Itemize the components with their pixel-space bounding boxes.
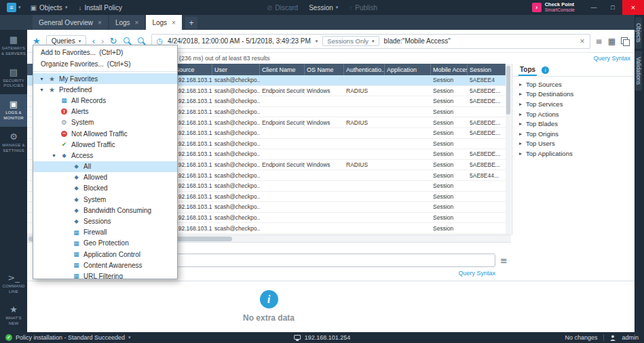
query-tree-item-alerts[interactable]: ! Alerts — [33, 106, 177, 117]
tops-item-top-applications[interactable]: ▸ Top Applications — [512, 148, 634, 159]
user-label[interactable]: admin — [622, 334, 639, 341]
tops-item-label: Top Sources — [526, 81, 562, 88]
tops-item-top-sources[interactable]: ▸ Top Sources — [512, 79, 634, 89]
query-tree-item-content-awareness[interactable]: ▦ Content Awareness — [33, 260, 177, 270]
discard-button[interactable]: ⊘ Discard — [261, 0, 303, 15]
query-input-value[interactable]: blade:"Mobile Access" — [384, 37, 451, 45]
terminal-icon: >_ — [7, 273, 19, 282]
chevron-right-icon: ▸ — [519, 101, 522, 107]
query-tree-item-firewall[interactable]: ▦ Firewall — [33, 227, 177, 238]
query-tree-item-all-records[interactable]: ▦ All Records — [33, 95, 177, 106]
query-tree-item-system[interactable]: ◆ System — [33, 194, 177, 205]
tab-close-icon[interactable]: × — [172, 19, 176, 26]
grid-view-icon[interactable]: ▦ — [608, 37, 615, 46]
tab-logs[interactable]: Logs × — [146, 15, 182, 30]
query-tree-item-all[interactable]: ◆ All — [33, 161, 177, 172]
tab-close-icon[interactable]: × — [98, 19, 102, 26]
gateways-icon: ▦ — [10, 35, 18, 44]
cell-mobile-access: Session — [431, 108, 468, 115]
cell-session: 5AE8EDE... — [468, 129, 506, 136]
col-os-name[interactable]: OS Name — [305, 64, 344, 75]
col-source[interactable]: Source — [173, 64, 212, 75]
session-menu-button[interactable]: Session ▾ — [303, 0, 343, 15]
menu-icon[interactable]: ≡ — [500, 256, 508, 266]
clear-search-icon[interactable]: × — [580, 37, 585, 46]
sidebar-item-manage-settings[interactable]: ⚙ MANAGE & SETTINGS — [0, 127, 27, 159]
tab-close-icon[interactable]: × — [135, 19, 139, 26]
tops-item-top-users[interactable]: ▸ Top Users — [512, 139, 634, 149]
query-syntax-link-bottom[interactable]: Query Syntax — [458, 270, 495, 277]
sidebar-item-security-policies[interactable]: ▤ SECURITY POLICIES — [0, 62, 27, 95]
maximize-button[interactable]: □ — [603, 0, 622, 15]
col-mobile-access[interactable]: Mobile Access... — [431, 64, 468, 75]
side-tab-validations[interactable]: Validations — [635, 51, 642, 91]
policy-status[interactable]: ✔ Policy installation - Standard Succeed… — [5, 334, 131, 341]
query-tree-item-allowed[interactable]: ◆ Allowed — [33, 172, 177, 183]
query-syntax-link[interactable]: Query Syntax — [593, 55, 630, 62]
search-field[interactable]: ◷ 4/24/2018, 12:00:00 AM - 5/1/2018, 3:4… — [151, 34, 590, 49]
col-user[interactable]: User — [212, 64, 260, 75]
tree-item-label: System — [71, 119, 94, 126]
table-vertical-scrollbar[interactable] — [506, 64, 511, 235]
expand-icon[interactable]: ▾ — [39, 87, 45, 93]
divider — [603, 334, 604, 341]
chevron-down-icon: ▾ — [372, 39, 375, 44]
col-application[interactable]: Application — [385, 64, 431, 75]
query-tree-item-access[interactable]: ▾ ◆ Access — [33, 150, 177, 161]
tops-item-top-origins[interactable]: ▸ Top Origins — [512, 129, 634, 139]
tab-general-overview[interactable]: General Overview × — [33, 15, 108, 30]
key-icon: ◆ — [72, 197, 81, 203]
sidebar-item-label: LOGS & MONITOR — [1, 110, 26, 121]
tree-item-label: Sessions — [83, 218, 111, 225]
expand-icon[interactable]: ▾ — [39, 76, 45, 82]
tab-logs[interactable]: Logs × — [109, 15, 145, 30]
scrollbar-thumb[interactable] — [506, 66, 510, 115]
query-tree-item-allowed-traffic[interactable]: ✔ Allowed Traffic — [33, 139, 177, 150]
time-range-value[interactable]: 4/24/2018, 12:00:00 AM - 5/1/2018, 3:49:… — [168, 37, 311, 45]
expand-icon[interactable]: ▾ — [51, 153, 57, 159]
settings-icon: ⚙ — [10, 132, 18, 141]
sidebar-item-logs-monitor[interactable]: ▣ LOGS & MONITOR — [0, 94, 27, 127]
cell-source: 192.168.103.1 — [173, 77, 212, 83]
col-client-name[interactable]: Client Name — [260, 64, 305, 75]
sessions-only-dropdown[interactable]: Sessions Only ▾ — [322, 36, 379, 46]
new-tab-button[interactable]: + — [185, 17, 197, 29]
query-tree-item-sessions[interactable]: ◆ Sessions — [33, 216, 177, 226]
app-menu-button[interactable]: ≡ ▾ — [3, 3, 25, 12]
tops-item-top-destinations[interactable]: ▸ Top Destinations — [512, 89, 634, 100]
sidebar-item-gateways-servers[interactable]: ▦ GATEWAYS & SERVERS — [0, 30, 27, 62]
close-button[interactable]: × — [622, 0, 644, 15]
info-icon[interactable]: i — [542, 66, 549, 74]
query-tree-item-blocked[interactable]: ◆ Blocked — [33, 183, 177, 194]
tops-item-label: Top Users — [526, 140, 555, 147]
side-tab-objects[interactable]: Objects — [635, 17, 642, 49]
tree-item-label: Content Awareness — [83, 262, 143, 269]
tab-label: Logs — [152, 19, 167, 26]
tops-tab[interactable]: Tops — [518, 64, 537, 76]
list-view-icon[interactable]: ≡ — [596, 37, 603, 46]
tops-item-top-blades[interactable]: ▸ Top Blades — [512, 119, 634, 129]
publish-button[interactable]: ↑ Publish — [343, 0, 383, 15]
query-tree-item-not-allowed-traffic[interactable]: − Not Allowed Traffic — [33, 128, 177, 139]
query-tree-item-bandwidth-consuming[interactable]: ◆ Bandwidth Consuming — [33, 205, 177, 216]
col-authentication[interactable]: Authenticatio... — [344, 64, 385, 75]
sidebar-item-what-s-new[interactable]: ★ WHAT'S NEW — [0, 300, 27, 332]
server-ip: 192.168.101.254 — [305, 334, 351, 341]
minimize-button[interactable]: — — [584, 0, 603, 15]
query-tree-item-system[interactable]: ⚙ System — [33, 117, 177, 128]
menu-item-organize-favorites[interactable]: Organize Favorites... (Ctrl+S) — [33, 58, 177, 70]
install-policy-button[interactable]: ↓ Install Policy — [73, 0, 128, 15]
query-tree-item-my-favorites[interactable]: ▾ ★ My Favorites — [33, 73, 177, 84]
objects-menu-button[interactable]: ▣ Objects ▾ — [25, 0, 73, 15]
export-icon[interactable] — [621, 37, 629, 45]
col-session[interactable]: Session — [468, 64, 506, 75]
query-tree-item-application-control[interactable]: ▦ Application Control — [33, 249, 177, 260]
tops-item-top-actions[interactable]: ▸ Top Actions — [512, 109, 634, 119]
sidebar-item-command-line[interactable]: >_ COMMAND LINE — [0, 268, 27, 300]
sidebar-item-label: GATEWAYS & SERVERS — [1, 46, 26, 57]
query-tree-item-geo-protection[interactable]: ▦ Geo Protection — [33, 238, 177, 249]
query-tree-item-predefined[interactable]: ▾ ★ Predefined — [33, 84, 177, 95]
query-tree-item-url-filtering[interactable]: ▦ URL Filtering — [33, 270, 177, 279]
menu-item-add-to-favorites[interactable]: Add to Favorites... (Ctrl+D) — [33, 47, 177, 58]
tops-item-top-services[interactable]: ▸ Top Services — [512, 99, 634, 109]
